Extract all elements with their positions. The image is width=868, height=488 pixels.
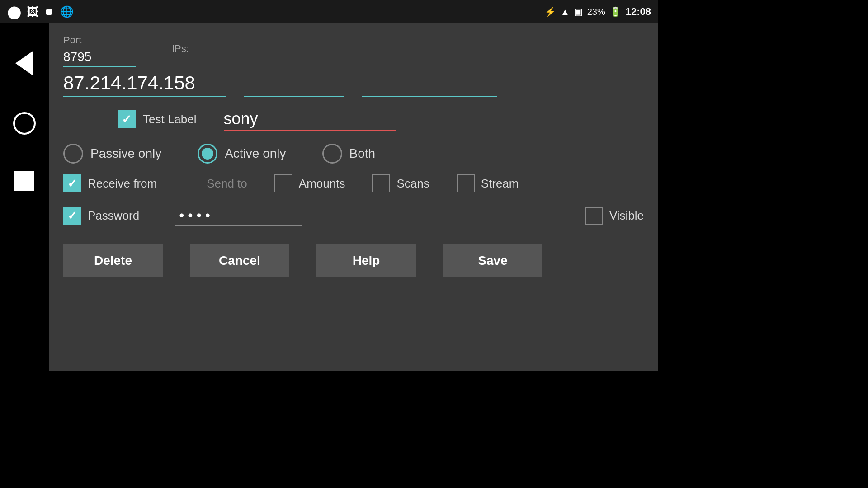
top-row: Port IPs: [63, 34, 644, 67]
buttons-row: Delete Cancel Help Save [63, 244, 644, 277]
passive-only-group: Passive only [63, 144, 161, 164]
globe-icon: 🌐 [60, 5, 74, 18]
square-button[interactable] [14, 171, 34, 191]
receive-from-label: Receive from [88, 177, 157, 191]
password-input[interactable] [175, 205, 302, 226]
status-bar-right: ⚡ ▲ ▣ 23% 🔋 12:08 [545, 6, 651, 18]
amounts-checkbox[interactable] [274, 174, 292, 192]
password-label: Password [88, 209, 139, 223]
active-only-radio-inner [202, 148, 213, 160]
active-only-label: Active only [225, 146, 286, 161]
stream-checkbox[interactable] [457, 174, 475, 192]
dot-icon: ⬤ [7, 5, 21, 19]
amounts-label: Amounts [299, 177, 345, 191]
save-button[interactable]: Save [443, 244, 542, 277]
stream-group: Stream [457, 174, 519, 192]
bluetooth-icon: ⚡ [545, 6, 556, 17]
test-label-group: Test Label [118, 110, 197, 128]
circle-button[interactable] [13, 112, 36, 135]
battery-text: 23% [587, 7, 605, 17]
options-row: Receive from Send to Amounts Scans Strea… [63, 174, 644, 192]
visible-label: Visible [609, 209, 644, 223]
scans-checkbox[interactable] [372, 174, 390, 192]
active-only-radio[interactable] [198, 144, 217, 164]
visible-checkbox[interactable] [585, 207, 603, 225]
password-row: Password Visible [63, 205, 644, 226]
back-button[interactable] [15, 51, 33, 76]
help-button[interactable]: Help [316, 244, 416, 277]
sony-input[interactable] [224, 108, 396, 131]
ip-sub-input-2[interactable] [362, 78, 497, 97]
both-group: Both [322, 144, 376, 164]
passive-only-label: Passive only [90, 146, 161, 161]
port-input[interactable] [63, 48, 136, 67]
ips-label: IPs: [172, 43, 189, 55]
left-nav [0, 23, 49, 371]
scans-group: Scans [372, 174, 429, 192]
main-content: Port IPs: Test Label Passive only Act [49, 23, 658, 371]
delete-button[interactable]: Delete [63, 244, 163, 277]
test-label-checkbox[interactable] [118, 110, 136, 128]
scans-label: Scans [396, 177, 429, 191]
send-to-label: Send to [207, 177, 247, 191]
label-row: Test Label [118, 108, 644, 131]
time-display: 12:08 [626, 6, 651, 18]
port-field-group: Port [63, 34, 136, 67]
radio-row: Passive only Active only Both [63, 144, 644, 164]
stream-label: Stream [481, 177, 519, 191]
record-icon: ⏺ [44, 5, 55, 18]
amounts-group: Amounts [274, 174, 345, 192]
ip-address-input[interactable] [63, 70, 226, 97]
ip-row [63, 70, 644, 97]
signal-icon: ▣ [574, 6, 583, 17]
ip-sub-input-1[interactable] [244, 78, 344, 97]
status-bar-left: ⬤ 🖼 ⏺ 🌐 [7, 5, 74, 19]
status-bar: ⬤ 🖼 ⏺ 🌐 ⚡ ▲ ▣ 23% 🔋 12:08 [0, 0, 658, 23]
port-label: Port [63, 34, 136, 46]
image-icon: 🖼 [27, 5, 38, 19]
active-only-group: Active only [198, 144, 286, 164]
both-radio[interactable] [322, 144, 342, 164]
receive-from-checkbox[interactable] [63, 174, 81, 192]
battery-icon: 🔋 [610, 6, 621, 17]
visible-group: Visible [585, 207, 644, 225]
wifi-icon: ▲ [561, 7, 570, 17]
passive-only-radio[interactable] [63, 144, 83, 164]
password-group: Password [63, 207, 139, 225]
both-label: Both [349, 146, 376, 161]
password-checkbox[interactable] [63, 207, 81, 225]
cancel-button[interactable]: Cancel [190, 244, 289, 277]
receive-from-group: Receive from [63, 174, 157, 192]
test-label-text: Test Label [143, 113, 197, 127]
